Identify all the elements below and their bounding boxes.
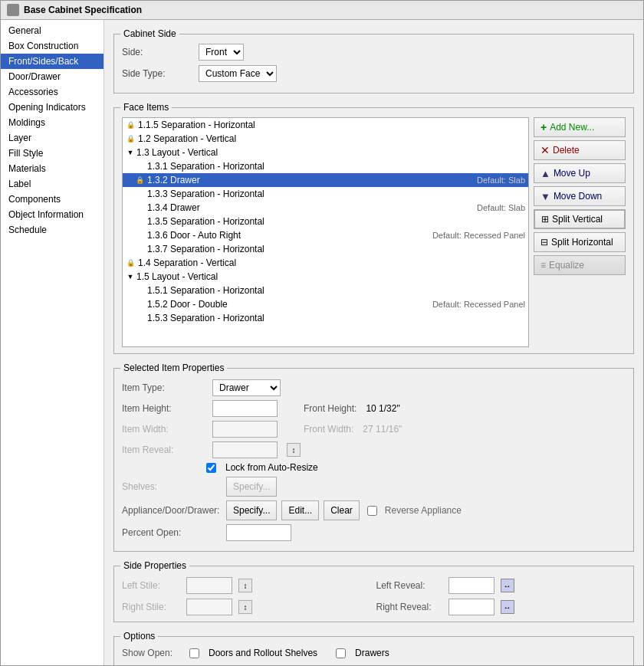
item-type-select[interactable]: Drawer Door Separation xyxy=(212,379,281,396)
sidebar: GeneralBox ConstructionFront/Sides/BackD… xyxy=(1,20,104,665)
face-item-text: 1.3.5 Separation - Horizontal xyxy=(147,216,264,227)
percent-open-label: Percent Open: xyxy=(122,527,222,538)
width-row: Item Width: 27" Front Width: 27 11/16" xyxy=(122,421,626,438)
add-new-button[interactable]: + Add New... xyxy=(534,117,626,137)
sidebar-item-schedule[interactable]: Schedule xyxy=(1,222,104,238)
sidebar-item-opening-indicators[interactable]: Opening Indicators xyxy=(1,100,104,115)
side-select[interactable]: Front Back Left Right xyxy=(199,44,244,61)
face-list-item[interactable]: 1.5.3 Separation - Horizontal xyxy=(123,311,528,325)
face-list-item[interactable]: 1.3.5 Separation - Horizontal xyxy=(123,215,528,228)
appliance-specify-button[interactable]: Specify... xyxy=(226,500,277,520)
side-type-select[interactable]: Custom Face Standard xyxy=(199,65,277,82)
doors-checkbox[interactable] xyxy=(189,648,199,658)
face-list-inner: 🔒1.1.5 Separation - Horizontal🔒1.2 Separ… xyxy=(123,118,528,325)
right-reveal-row: Right Reveal: 1/16" ↔ xyxy=(376,599,626,615)
reverse-appliance-checkbox[interactable] xyxy=(367,506,377,516)
item-reveal-label: Item Reveal: xyxy=(122,445,206,455)
split-vertical-button[interactable]: ⊞ Split Vertical xyxy=(534,209,626,229)
face-item-text: 1.3.3 Separation - Horizontal xyxy=(147,189,264,199)
right-stile-input[interactable]: 3/4" xyxy=(186,599,232,615)
face-list-item[interactable]: 1.3.7 Separation - Horizontal xyxy=(123,242,528,256)
face-items-title: Face Items xyxy=(120,102,172,113)
sidebar-item-moldings[interactable]: Moldings xyxy=(1,115,104,130)
options-title: Options xyxy=(120,631,158,641)
lock-icon: 🔒 xyxy=(126,120,135,130)
reveal-row: Item Reveal: 0" ↕ xyxy=(122,441,626,458)
sidebar-item-layer[interactable]: Layer xyxy=(1,130,104,146)
item-height-label: Item Height: xyxy=(122,403,206,414)
face-list-item[interactable]: 1.3.6 Door - Auto RightDefault: Recessed… xyxy=(123,228,528,242)
split-horizontal-button[interactable]: ⊟ Split Horizontal xyxy=(534,232,626,252)
face-list-item[interactable]: 1.5.2 Door - DoubleDefault: Recessed Pan… xyxy=(123,297,528,311)
item-width-input[interactable]: 27" xyxy=(212,421,278,438)
options-group: Options Show Open: Doors and Rollout She… xyxy=(113,636,634,665)
face-list[interactable]: 🔒1.1.5 Separation - Horizontal🔒1.2 Separ… xyxy=(122,117,529,347)
right-reveal-input[interactable]: 1/16" xyxy=(449,599,495,615)
main-window: Base Cabinet Specification GeneralBox Co… xyxy=(0,0,644,666)
left-stile-input[interactable]: 3/4" xyxy=(186,577,232,594)
left-stile-row: Left Stile: 3/4" ↕ xyxy=(122,577,372,594)
item-height-input[interactable]: 9" xyxy=(212,400,278,417)
sidebar-item-components[interactable]: Components xyxy=(1,192,104,207)
down-arrow-icon: ▼ xyxy=(540,191,550,202)
delete-button[interactable]: ✕ Delete xyxy=(534,140,626,160)
shelves-specify-button[interactable]: Specify... xyxy=(226,477,277,497)
side-label: Side: xyxy=(122,47,199,57)
sidebar-item-box-construction[interactable]: Box Construction xyxy=(1,38,104,54)
sidebar-item-front-sides-back[interactable]: Front/Sides/Back xyxy=(1,54,104,69)
sidebar-item-label[interactable]: Label xyxy=(1,176,104,192)
lock-checkbox[interactable] xyxy=(206,463,216,473)
face-list-item[interactable]: 🔒1.2 Separation - Vertical xyxy=(123,132,528,146)
sidebar-item-object-information[interactable]: Object Information xyxy=(1,207,104,222)
face-item-text: 1.5.3 Separation - Horizontal xyxy=(147,313,264,323)
equalize-button[interactable]: ≡ Equalize xyxy=(534,255,626,275)
sidebar-item-door-drawer[interactable]: Door/Drawer xyxy=(1,69,104,84)
sidebar-item-accessories[interactable]: Accessories xyxy=(1,84,104,100)
face-item-text: 1.2 Separation - Vertical xyxy=(138,133,236,144)
face-item-text: 1.5.1 Separation - Horizontal xyxy=(147,285,264,296)
side-props-grid: Left Stile: 3/4" ↕ Left Reveal: 1/16" ↔ … xyxy=(122,577,626,615)
left-reveal-input[interactable]: 1/16" xyxy=(449,577,495,594)
drawers-checkbox[interactable] xyxy=(336,648,346,658)
face-item-text: 1.1.5 Separation - Horizontal xyxy=(138,120,255,130)
face-list-item[interactable]: 🔒1.3.2 DrawerDefault: Slab xyxy=(123,173,528,187)
sidebar-item-general[interactable]: General xyxy=(1,23,104,38)
spacer-icon xyxy=(135,286,144,295)
spacer-icon xyxy=(135,162,144,171)
sidebar-item-fill-style[interactable]: Fill Style xyxy=(1,146,104,161)
sidebar-item-materials[interactable]: Materials xyxy=(1,161,104,176)
spacer-icon xyxy=(135,203,144,212)
item-reveal-input[interactable]: 0" xyxy=(212,441,278,458)
face-item-default-val: Default: Recessed Panel xyxy=(432,231,525,240)
face-list-item[interactable]: 1.3.1 Separation - Horizontal xyxy=(123,159,528,173)
item-type-label: Item Type: xyxy=(122,382,206,393)
show-open-row: Show Open: Doors and Rollout Shelves Dra… xyxy=(122,648,626,658)
face-list-item[interactable]: ▼1.3 Layout - Vertical xyxy=(123,146,528,159)
move-down-button[interactable]: ▼ Move Down xyxy=(534,186,626,206)
appliance-edit-button[interactable]: Edit... xyxy=(281,500,319,520)
face-item-text: 1.5.2 Door - Double xyxy=(147,299,228,310)
front-width-value: 27 11/16" xyxy=(363,424,402,435)
face-list-item[interactable]: 🔒1.4 Separation - Vertical xyxy=(123,256,528,270)
face-list-item[interactable]: 1.3.4 DrawerDefault: Slab xyxy=(123,201,528,215)
appliance-clear-button[interactable]: Clear xyxy=(324,500,360,520)
appliance-row: Appliance/Door/Drawer: Specify... Edit..… xyxy=(122,500,626,520)
spacer-icon xyxy=(135,217,144,226)
equalize-icon: ≡ xyxy=(540,260,546,271)
lock-row: Lock from Auto-Resize xyxy=(206,462,626,473)
face-list-item[interactable]: 1.5.1 Separation - Horizontal xyxy=(123,284,528,297)
doors-label: Doors and Rollout Shelves xyxy=(209,648,317,658)
reverse-appliance-label: Reverse Appliance xyxy=(385,505,462,516)
left-stile-icon: ↕ xyxy=(238,579,252,592)
spacer-icon xyxy=(135,313,144,323)
move-up-button[interactable]: ▲ Move Up xyxy=(534,163,626,183)
face-list-item[interactable]: 1.3.3 Separation - Horizontal xyxy=(123,187,528,201)
percent-open-input[interactable]: 100% xyxy=(226,524,291,541)
face-list-item[interactable]: ▼1.5 Layout - Vertical xyxy=(123,270,528,284)
side-type-row: Side Type: Custom Face Standard xyxy=(122,65,626,82)
face-list-item[interactable]: 🔒1.1.5 Separation - Horizontal xyxy=(123,118,528,132)
spacer-icon xyxy=(135,300,144,309)
show-open-label: Show Open: xyxy=(122,648,183,658)
side-props-title: Side Properties xyxy=(120,560,189,571)
lock-icon: 🔒 xyxy=(126,134,135,143)
